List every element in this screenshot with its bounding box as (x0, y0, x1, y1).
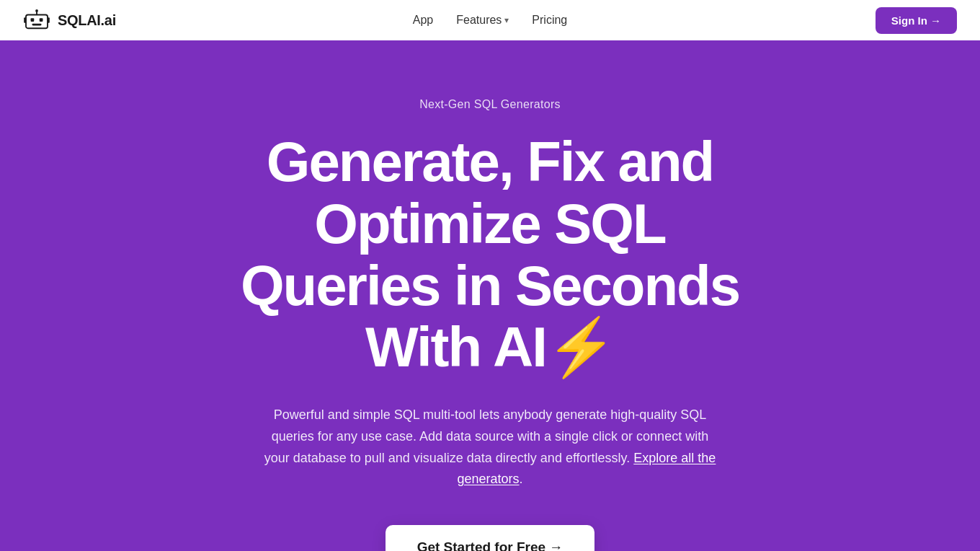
svg-rect-3 (32, 24, 41, 26)
hero-description-end: . (520, 472, 523, 486)
cta-label: Get Started for Free → (417, 539, 564, 551)
svg-rect-0 (26, 15, 48, 29)
svg-rect-2 (40, 18, 43, 22)
nav-app-label: App (413, 14, 433, 27)
svg-rect-1 (31, 18, 35, 22)
svg-point-5 (35, 9, 38, 12)
nav-features-link[interactable]: Features ▾ (456, 14, 509, 27)
brand-name: SQLAI.ai (58, 12, 116, 29)
hero-title-line4: With AI (365, 315, 546, 379)
hero-title: Generate, Fix and Optimize SQL Queries i… (241, 131, 739, 379)
robot-logo-icon (23, 9, 50, 31)
nav-pricing-label: Pricing (532, 14, 567, 27)
nav-pricing-link[interactable]: Pricing (532, 14, 567, 27)
svg-rect-6 (24, 17, 26, 23)
chevron-down-icon: ▾ (504, 15, 509, 25)
lightning-emoji: ⚡ (546, 315, 615, 379)
nav-features-label: Features (456, 14, 502, 27)
hero-title-line2: Optimize SQL (314, 192, 665, 255)
navbar-brand: SQLAI.ai (23, 9, 116, 31)
hero-description: Powerful and simple SQL multi-tool lets … (259, 405, 721, 490)
svg-rect-7 (48, 17, 50, 23)
hero-title-line1: Generate, Fix and (267, 130, 714, 193)
navbar: SQLAI.ai App Features ▾ Pricing Sign In … (0, 0, 980, 40)
navbar-links: App Features ▾ Pricing (413, 14, 568, 27)
nav-app-link[interactable]: App (413, 14, 433, 27)
hero-section: Next-Gen SQL Generators Generate, Fix an… (0, 40, 980, 551)
hero-title-line3: Queries in Seconds (241, 254, 739, 317)
sign-in-button[interactable]: Sign In → (876, 7, 957, 34)
sign-in-label: Sign In → (891, 14, 941, 27)
hero-subtitle: Next-Gen SQL Generators (419, 98, 561, 111)
get-started-button[interactable]: Get Started for Free → (386, 525, 595, 551)
